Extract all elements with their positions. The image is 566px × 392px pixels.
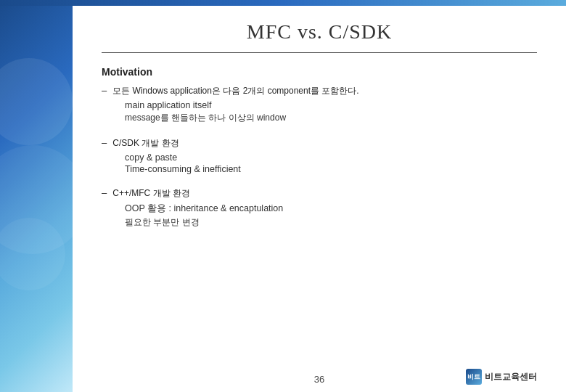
- bullet-dash-3: –: [102, 187, 107, 198]
- logo-initials: 비트: [467, 372, 480, 382]
- bullet-item-windows: – 모든 Windows application은 다음 2개의 compone…: [102, 85, 537, 97]
- bullet-text-windows: 모든 Windows application은 다음 2개의 component…: [112, 85, 537, 97]
- slide-content: MFC vs. C/SDK Motivation – 모든 Windows ap…: [73, 6, 566, 392]
- logo-text: 비트교육센터: [485, 371, 537, 383]
- bullet-section-csdk: – C/SDK 개발 환경 copy & paste Time-consumin…: [102, 137, 537, 174]
- logo-icon: 비트: [466, 369, 482, 385]
- bullet-text-csdk: C/SDK 개발 환경: [112, 137, 537, 150]
- bullet-text-mfc: C++/MFC 개발 환경: [112, 187, 537, 200]
- sub-item-message: message를 핸들하는 하나 이상의 window: [125, 112, 537, 124]
- top-band: [0, 0, 566, 6]
- sub-item-change: 필요한 부분만 변경: [125, 216, 537, 229]
- logo-area: 비트 비트교육센터: [466, 369, 537, 385]
- bullet-dash-2: –: [102, 137, 107, 148]
- sub-item-oop: OOP 활용 : inheritance & encaptulation: [125, 203, 537, 215]
- sub-item-copy-paste: copy & paste: [125, 152, 537, 163]
- bullet-section-mfc: – C++/MFC 개발 환경 OOP 활용 : inheritance & e…: [102, 187, 537, 229]
- bullet-section-windows: – 모든 Windows application은 다음 2개의 compone…: [102, 85, 537, 124]
- sub-item-time-consuming: Time-consuming & inefficient: [125, 164, 537, 174]
- bullet-item-csdk: – C/SDK 개발 환경: [102, 137, 537, 150]
- bullet-dash-1: –: [102, 85, 107, 96]
- sub-item-main-app: main application itself: [125, 100, 537, 110]
- left-decoration: [0, 0, 73, 392]
- slide-title: MFC vs. C/SDK: [102, 20, 537, 44]
- motivation-heading: Motivation: [102, 66, 537, 78]
- title-divider: [102, 52, 537, 53]
- bullet-item-mfc: – C++/MFC 개발 환경: [102, 187, 537, 200]
